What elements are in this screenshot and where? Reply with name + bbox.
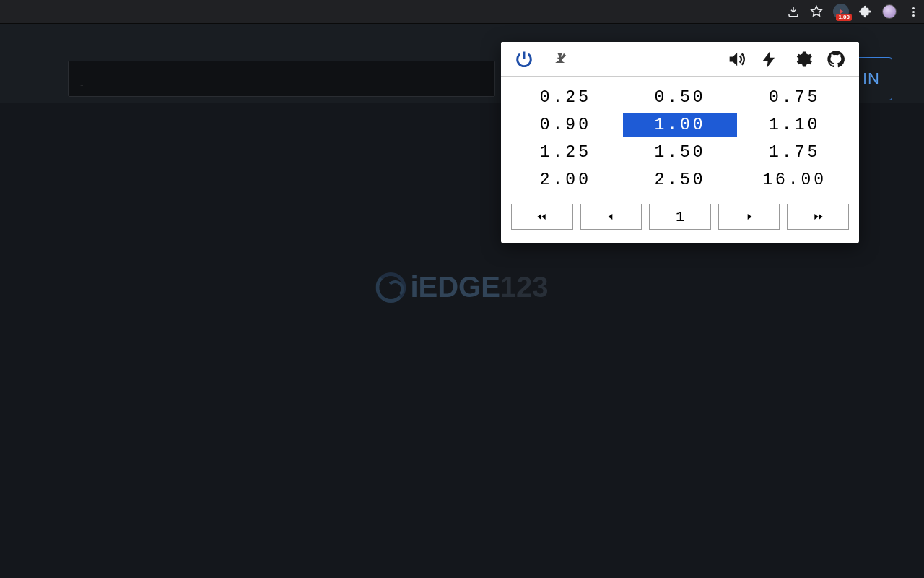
speed-preset-0-25[interactable]: 0.25 <box>508 85 623 110</box>
speed-preset-1-50[interactable]: 1.50 <box>623 140 738 165</box>
speed-preset-2-00[interactable]: 2.00 <box>508 168 623 192</box>
speed-preset-16-00[interactable]: 16.00 <box>737 168 852 192</box>
volume-icon[interactable] <box>726 49 746 69</box>
edge-logo-icon <box>375 272 406 303</box>
brand-watermark: iEDGE123 <box>375 271 548 303</box>
bolt-icon[interactable] <box>759 49 780 69</box>
profile-avatar[interactable] <box>882 4 897 19</box>
speed-stepper: 1 <box>501 204 859 243</box>
forward-button[interactable] <box>718 204 780 230</box>
kebab-menu-icon[interactable] <box>907 5 920 18</box>
speed-preset-0-90[interactable]: 0.90 <box>508 113 623 137</box>
rewind-fast-button[interactable] <box>511 204 573 230</box>
browser-toolbar: 1.00 <box>0 0 924 24</box>
search-placeholder: - <box>80 79 84 90</box>
speed-preset-0-50[interactable]: 0.50 <box>623 85 738 110</box>
extension-badge: 1.00 <box>836 14 852 21</box>
sign-in-label: IN <box>863 69 880 88</box>
speed-control-popup: 0.250.500.750.901.001.101.251.501.752.00… <box>501 42 859 243</box>
download-icon[interactable] <box>787 5 800 18</box>
gear-icon[interactable] <box>793 49 813 69</box>
speed-preset-1-25[interactable]: 1.25 <box>508 140 623 165</box>
speed-preset-0-75[interactable]: 0.75 <box>737 85 852 110</box>
speed-value-input[interactable]: 1 <box>649 204 711 230</box>
github-icon[interactable] <box>826 49 846 69</box>
forward-fast-button[interactable] <box>787 204 849 230</box>
speed-preset-1-10[interactable]: 1.10 <box>737 113 852 137</box>
star-icon[interactable] <box>810 5 823 18</box>
brand-text: iEDGE123 <box>410 271 548 303</box>
power-icon[interactable] <box>514 49 534 69</box>
search-input[interactable]: - <box>68 61 495 97</box>
pin-icon[interactable] <box>549 49 569 69</box>
extension-icon[interactable]: 1.00 <box>833 4 849 20</box>
popup-toolbar <box>501 42 859 77</box>
speed-preset-grid: 0.250.500.750.901.001.101.251.501.752.00… <box>501 77 859 204</box>
speed-preset-1-75[interactable]: 1.75 <box>737 140 852 165</box>
extensions-icon[interactable] <box>859 5 872 18</box>
speed-preset-2-50[interactable]: 2.50 <box>623 168 738 192</box>
speed-preset-1-00[interactable]: 1.00 <box>623 113 738 137</box>
rewind-button[interactable] <box>580 204 642 230</box>
